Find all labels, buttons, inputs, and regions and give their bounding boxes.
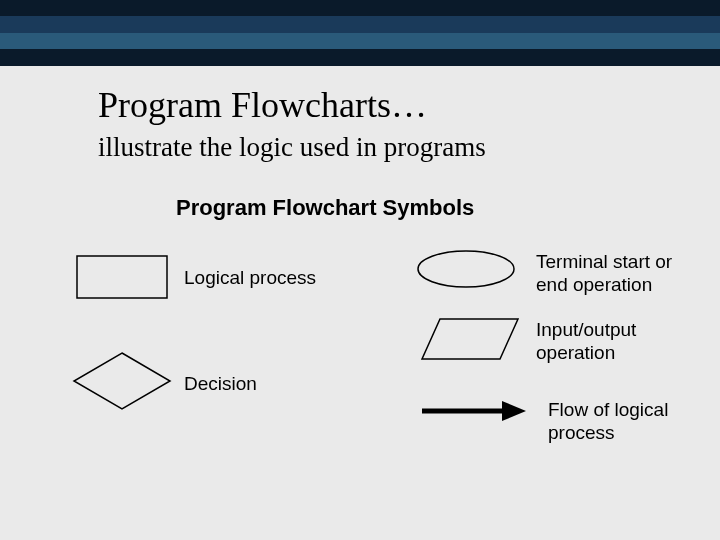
parallelogram-icon [420,317,520,361]
section-title: Program Flowchart Symbols [176,195,720,221]
symbols-area: Logical process Terminal start or end op… [0,249,720,540]
svg-marker-2 [422,319,518,359]
diamond-icon [72,351,172,411]
rectangle-icon [76,255,168,299]
flow-label: Flow of logical process [548,399,688,445]
svg-rect-0 [77,256,167,298]
svg-marker-5 [502,401,526,421]
input-output-label: Input/output operation [536,319,686,365]
slide-subtitle: illustrate the logic used in programs [98,132,720,163]
ellipse-icon [416,249,516,289]
terminal-label: Terminal start or end operation [536,251,696,297]
header-band [0,0,720,66]
logical-process-label: Logical process [184,267,316,290]
svg-marker-3 [74,353,170,409]
svg-point-1 [418,251,514,287]
slide-title: Program Flowcharts… [98,84,720,126]
arrow-icon [420,399,530,423]
decision-label: Decision [184,373,257,396]
